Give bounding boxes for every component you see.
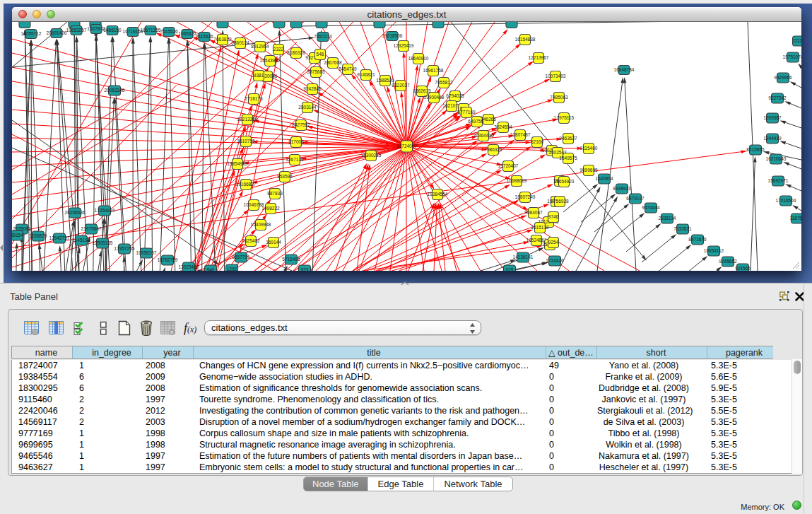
svg-text:19854985: 19854985 [228,161,248,166]
svg-text:16648784: 16648784 [614,67,635,72]
svg-text:973: 973 [301,267,309,271]
svg-text:2803144: 2803144 [298,105,317,110]
svg-text:12325419: 12325419 [394,43,414,48]
svg-text:10654112: 10654112 [704,248,724,253]
svg-text:1292: 1292 [227,267,237,271]
svg-text:2322: 2322 [273,47,284,52]
svg-text:7955812: 7955812 [435,80,453,85]
svg-text:887833: 887833 [267,191,283,196]
svg-text:1209387: 1209387 [763,115,782,120]
svg-text:9474444: 9474444 [642,205,660,210]
svg-text:10958107: 10958107 [136,250,157,255]
svg-text:16961758: 16961758 [423,68,444,73]
svg-text:3624554: 3624554 [494,124,512,129]
svg-text:2718176: 2718176 [245,96,263,101]
svg-text:7625402: 7625402 [242,238,260,243]
svg-text:6879197: 6879197 [626,196,645,201]
svg-text:7515526: 7515526 [195,34,213,39]
svg-text:546: 546 [317,52,324,57]
svg-text:19654923: 19654923 [554,179,575,184]
svg-text:8912954: 8912954 [251,44,269,49]
svg-text:1610755: 1610755 [237,139,255,144]
svg-text:62160: 62160 [531,139,543,144]
svg-text:18807249: 18807249 [515,194,536,199]
svg-text:2935114: 2935114 [659,216,676,221]
svg-text:18724007: 18724007 [396,144,417,148]
svg-text:10688609: 10688609 [507,178,527,183]
svg-text:12975115: 12975115 [554,115,575,120]
svg-text:10653257: 10653257 [66,28,87,33]
svg-text:16782759: 16782759 [158,257,178,262]
svg-text:17957255: 17957255 [114,246,135,251]
svg-text:20691406: 20691406 [47,30,67,35]
svg-text:12023466: 12023466 [179,264,199,269]
svg-text:20364436: 20364436 [473,133,494,138]
svg-text:10807487: 10807487 [510,132,531,137]
svg-text:17359924: 17359924 [95,208,115,213]
svg-text:8186328: 8186328 [287,50,305,55]
svg-text:8427552: 8427552 [292,122,310,127]
svg-text:9746: 9746 [548,214,559,219]
svg-text:7485063: 7485063 [550,95,568,100]
svg-text:12942737: 12942737 [49,235,70,240]
svg-text:9242845: 9242845 [303,86,322,91]
svg-text:3875685: 3875685 [307,69,325,74]
svg-text:9756928: 9756928 [551,199,569,204]
svg-text:7663822: 7663822 [213,37,232,42]
svg-text:1498222: 1498222 [261,206,280,211]
svg-text:1065325: 1065325 [178,31,196,36]
svg-text:7515526: 7515526 [160,29,178,34]
svg-text:9245652: 9245652 [719,259,737,264]
svg-text:7632621: 7632621 [673,226,692,231]
svg-text:23975867: 23975867 [81,226,102,231]
svg-text:1588520: 1588520 [376,78,394,83]
svg-text:12213369: 12213369 [237,117,258,122]
svg-text:16543962: 16543962 [260,58,281,63]
svg-text:5716485: 5716485 [282,257,300,262]
svg-text:6466160: 6466160 [103,28,122,33]
svg-text:9777169: 9777169 [457,110,476,115]
svg-text:8215955: 8215955 [746,147,765,152]
svg-text:18640910: 18640910 [408,56,429,61]
svg-text:9115460: 9115460 [580,146,598,151]
svg-text:16210643: 16210643 [766,156,787,161]
svg-text:924565: 924565 [735,266,751,271]
svg-text:19384554: 19384554 [428,192,448,197]
svg-text:817006: 817006 [288,139,304,144]
svg-text:1640954: 1640954 [595,176,613,181]
svg-text:2867608: 2867608 [324,60,342,65]
svg-text:9146821: 9146821 [357,72,375,77]
svg-text:10973493: 10973493 [546,74,566,78]
svg-text:14055712: 14055712 [21,31,42,36]
svg-text:9227342: 9227342 [768,95,787,100]
svg-text:16671355: 16671355 [141,28,161,33]
svg-text:19218506: 19218506 [382,33,403,38]
svg-text:16154838: 16154838 [515,37,536,42]
svg-text:29053346: 29053346 [105,88,125,93]
svg-text:1615132: 1615132 [531,225,549,230]
svg-text:3267130: 3267130 [286,157,304,162]
svg-text:9463627: 9463627 [559,136,577,141]
svg-text:8454749: 8454749 [339,66,357,71]
svg-text:169144: 169144 [266,240,281,245]
svg-text:9329966: 9329966 [774,75,792,80]
svg-text:1527602: 1527602 [87,26,105,31]
svg-text:8471676: 8471676 [688,237,707,242]
svg-text:1362615: 1362615 [413,88,431,93]
svg-text:8322037: 8322037 [392,83,410,88]
svg-text:9699695: 9699695 [579,168,598,173]
svg-text:953594: 953594 [277,174,293,179]
svg-text:19166827: 19166827 [236,182,257,187]
svg-text:925: 925 [506,267,514,271]
svg-text:7986322: 7986322 [484,147,502,152]
svg-text:19900448: 19900448 [424,95,445,100]
svg-text:26206536: 26206536 [65,210,86,215]
svg-text:9657791: 9657791 [232,255,250,259]
svg-text:15751074: 15751074 [783,54,801,59]
svg-text:1156829: 1156829 [30,233,47,238]
svg-text:9254: 9254 [548,240,559,245]
svg-text:1549575: 1549575 [559,156,577,160]
svg-text:9860124: 9860124 [231,40,249,45]
svg-text:8938923: 8938923 [613,186,631,191]
svg-text:940: 940 [207,267,215,271]
